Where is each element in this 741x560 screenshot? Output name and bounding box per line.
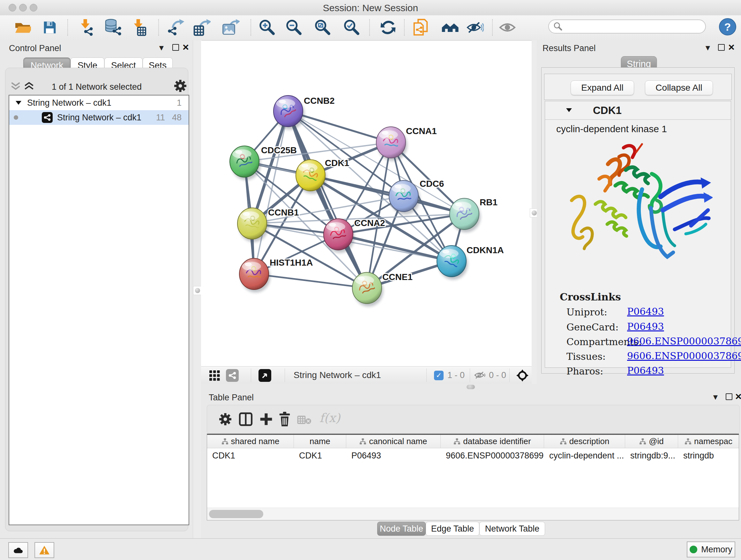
table-row[interactable]: CDK1 CDK1 P06493 9606.ENSP00000378699 cy… bbox=[207, 448, 739, 463]
import-table-button[interactable] bbox=[130, 17, 148, 37]
hide-selected-button[interactable] bbox=[466, 17, 484, 37]
show-columns-icon[interactable] bbox=[239, 412, 253, 426]
zoom-in-button[interactable] bbox=[258, 17, 276, 37]
results-panel-collapse-icon[interactable]: ▼ bbox=[704, 44, 712, 52]
open-session-button[interactable] bbox=[13, 17, 32, 37]
node-label-CCNB1: CCNB1 bbox=[268, 207, 299, 217]
cell-description[interactable]: cyclin-dependent ... bbox=[544, 448, 625, 463]
results-panel-float-icon[interactable] bbox=[718, 44, 725, 51]
tab-edge-table[interactable]: Edge Table bbox=[426, 522, 479, 536]
result-card-header[interactable]: CDK1 bbox=[545, 101, 731, 120]
warning-icon bbox=[39, 545, 50, 555]
database-icon bbox=[105, 19, 122, 36]
control-panel-float-icon[interactable] bbox=[172, 44, 179, 51]
table-horizontal-scrollbar[interactable] bbox=[207, 508, 739, 520]
crosslinks-heading: CrossLinks bbox=[560, 291, 621, 303]
column-header-database-identifier[interactable]: database identifier bbox=[441, 435, 544, 448]
crosslink-compartments-link[interactable]: 9606.ENSP00000378699 bbox=[627, 335, 741, 347]
column-header-name[interactable]: name bbox=[294, 435, 346, 448]
network-node-CCNA1[interactable]: CCNA1 bbox=[376, 126, 436, 161]
scrollbar-thumb[interactable] bbox=[209, 510, 263, 518]
network-node-CCNB2[interactable]: CCNB2 bbox=[273, 96, 334, 130]
cell-database-identifier[interactable]: 9606.ENSP00000378699 bbox=[441, 448, 544, 463]
export-table-button[interactable] bbox=[193, 17, 211, 37]
export-network-button[interactable] bbox=[166, 17, 185, 37]
cloud-status-button[interactable] bbox=[8, 542, 28, 558]
selected-checkbox-icon[interactable]: ✓ bbox=[434, 371, 444, 380]
network-options-gear-icon[interactable] bbox=[174, 79, 187, 92]
network-canvas[interactable]: CCNB2CCNA1CDC25BCDK1CDC6RB1CCNB1CCNA2CDK… bbox=[201, 41, 532, 366]
zoom-fit-button[interactable] bbox=[313, 17, 332, 37]
column-header-id[interactable]: @id bbox=[625, 435, 678, 448]
import-network-file-button[interactable] bbox=[77, 17, 95, 37]
string-network-icon bbox=[42, 112, 53, 123]
help-button[interactable]: ? bbox=[719, 18, 736, 36]
zoom-out-button[interactable] bbox=[284, 17, 303, 37]
memory-button[interactable]: Memory bbox=[687, 542, 735, 557]
search-field[interactable] bbox=[548, 19, 706, 34]
results-panel-close-icon[interactable]: × bbox=[728, 43, 735, 51]
table-settings-gear-icon[interactable] bbox=[219, 413, 232, 426]
network-node-CCNE1[interactable]: CCNE1 bbox=[352, 272, 413, 307]
horizontal-splitter[interactable] bbox=[201, 384, 741, 390]
control-panel-close-icon[interactable]: × bbox=[183, 43, 189, 51]
result-expander-icon[interactable] bbox=[566, 108, 572, 112]
cell-namespace[interactable]: stringdb bbox=[678, 448, 739, 463]
search-input[interactable] bbox=[562, 21, 697, 32]
crosslink-tissues-link[interactable]: 9606.ENSP00000378699 bbox=[627, 350, 741, 361]
column-header-canonical-name[interactable]: canonical name bbox=[346, 435, 441, 448]
network-node-CDK1[interactable]: CDK1 bbox=[296, 158, 349, 194]
refresh-button[interactable] bbox=[379, 17, 397, 37]
splitter-knob[interactable] bbox=[193, 286, 202, 295]
column-header-shared-name[interactable]: shared name bbox=[207, 435, 294, 448]
table-panel-collapse-icon[interactable]: ▼ bbox=[712, 393, 719, 401]
netbar-separator bbox=[285, 368, 285, 382]
network-share-view-icon[interactable] bbox=[226, 369, 239, 382]
splitter-knob[interactable] bbox=[467, 385, 475, 389]
status-bar: Memory bbox=[0, 538, 741, 560]
table-panel-close-icon[interactable]: × bbox=[735, 392, 741, 400]
control-panel-collapse-icon[interactable]: ▼ bbox=[158, 44, 165, 52]
cell-id[interactable]: stringdb:9... bbox=[625, 448, 678, 463]
column-header-description[interactable]: description bbox=[544, 435, 625, 448]
network-collection-row[interactable]: String Network – cdk1 1 bbox=[9, 96, 189, 110]
vertical-splitter-right[interactable] bbox=[532, 40, 537, 384]
crosslink-genecard-link[interactable]: P06493 bbox=[627, 321, 664, 332]
import-network-database-button[interactable] bbox=[104, 17, 123, 37]
home-button[interactable] bbox=[441, 17, 459, 37]
node-label-HIST1H1A: HIST1H1A bbox=[270, 258, 313, 267]
vertical-splitter-left[interactable] bbox=[193, 40, 202, 538]
birds-eye-view-icon[interactable] bbox=[259, 369, 271, 382]
collapse-all-button[interactable]: Collapse All bbox=[645, 80, 713, 95]
fit-content-crosshair-icon[interactable] bbox=[516, 369, 529, 381]
cell-canonical-name[interactable]: P06493 bbox=[346, 448, 441, 463]
delete-column-icon[interactable] bbox=[278, 412, 291, 427]
tab-node-table[interactable]: Node Table bbox=[377, 522, 426, 536]
network-node-CDKN1A[interactable]: CDKN1A bbox=[437, 245, 504, 280]
crosslink-uniprot-link[interactable]: P06493 bbox=[627, 306, 664, 317]
add-column-icon[interactable] bbox=[259, 412, 273, 426]
collection-expander-icon[interactable] bbox=[16, 101, 21, 105]
warnings-button[interactable] bbox=[35, 542, 54, 558]
column-header-namespace[interactable]: namespac bbox=[678, 435, 739, 448]
copy-network-button[interactable] bbox=[411, 17, 430, 37]
cell-name[interactable]: CDK1 bbox=[294, 448, 346, 463]
network-node-CCNB1[interactable]: CCNB1 bbox=[238, 207, 299, 242]
network-node-HIST1H1A[interactable]: HIST1H1A bbox=[239, 258, 313, 293]
shared-column-icon bbox=[560, 438, 567, 445]
zoom-selected-button[interactable] bbox=[342, 17, 360, 37]
tab-network-table[interactable]: Network Table bbox=[479, 522, 545, 536]
save-session-button[interactable] bbox=[41, 17, 59, 37]
crosslink-pharos-link[interactable]: P06493 bbox=[627, 365, 664, 376]
expand-all-button[interactable]: Expand All bbox=[570, 80, 634, 95]
network-row-selected[interactable]: String Network – cdk1 11 48 bbox=[9, 110, 189, 125]
grid-view-icon[interactable] bbox=[209, 370, 220, 381]
network-node-CDC25B[interactable]: CDC25B bbox=[230, 145, 297, 180]
cell-shared-name[interactable]: CDK1 bbox=[207, 448, 294, 463]
copy-network-icon bbox=[413, 18, 428, 37]
export-image-button[interactable] bbox=[222, 17, 240, 37]
show-all-button[interactable] bbox=[498, 17, 517, 37]
network-node-RB1[interactable]: RB1 bbox=[450, 197, 497, 233]
table-panel-float-icon[interactable] bbox=[726, 393, 732, 400]
network-graph[interactable]: CCNB2CCNA1CDC25BCDK1CDC6RB1CCNB1CCNA2CDK… bbox=[201, 41, 532, 366]
